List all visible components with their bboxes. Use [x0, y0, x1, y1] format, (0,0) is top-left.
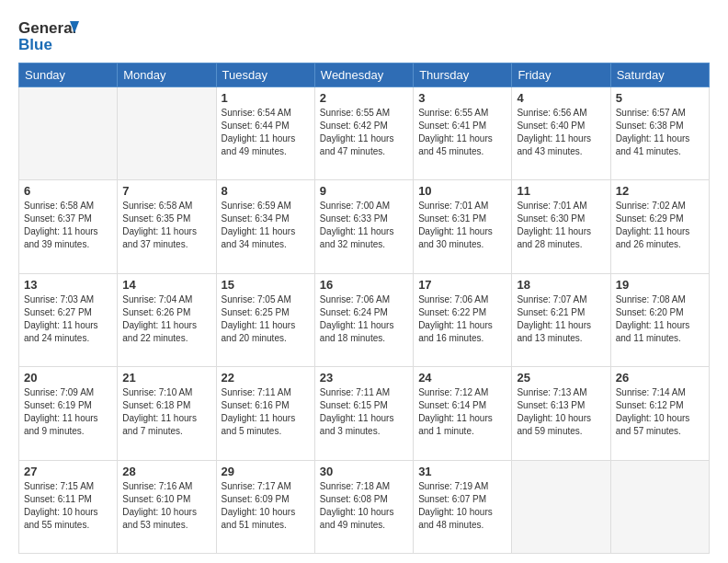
day-info: Sunrise: 6:55 AM Sunset: 6:41 PM Dayligh…: [418, 107, 506, 158]
day-cell: 29Sunrise: 7:17 AM Sunset: 6:09 PM Dayli…: [216, 460, 314, 553]
day-info: Sunrise: 7:00 AM Sunset: 6:33 PM Dayligh…: [320, 200, 408, 251]
weekday-friday: Friday: [512, 63, 610, 87]
day-number: 13: [24, 278, 112, 292]
day-info: Sunrise: 7:15 AM Sunset: 6:11 PM Dayligh…: [24, 480, 112, 532]
day-info: Sunrise: 7:13 AM Sunset: 6:13 PM Dayligh…: [517, 386, 605, 438]
day-cell: 14Sunrise: 7:04 AM Sunset: 6:26 PM Dayli…: [118, 273, 216, 366]
day-cell: [610, 460, 709, 553]
calendar: SundayMondayTuesdayWednesdayThursdayFrid…: [18, 63, 710, 554]
weekday-monday: Monday: [118, 63, 216, 87]
day-info: Sunrise: 7:03 AM Sunset: 6:27 PM Dayligh…: [24, 293, 112, 345]
svg-text:General: General: [18, 19, 76, 37]
day-number: 8: [222, 184, 310, 198]
day-number: 20: [24, 371, 112, 385]
day-number: 11: [517, 184, 605, 198]
weekday-header-row: SundayMondayTuesdayWednesdayThursdayFrid…: [19, 63, 710, 87]
day-info: Sunrise: 7:12 AM Sunset: 6:14 PM Dayligh…: [418, 386, 506, 438]
day-number: 2: [320, 91, 408, 105]
day-number: 18: [517, 278, 605, 292]
day-number: 7: [122, 184, 210, 198]
day-number: 29: [222, 465, 310, 478]
day-cell: 11Sunrise: 7:01 AM Sunset: 6:30 PM Dayli…: [512, 180, 610, 273]
day-cell: 20Sunrise: 7:09 AM Sunset: 6:19 PM Dayli…: [19, 367, 118, 460]
day-number: 15: [222, 278, 310, 292]
day-cell: 8Sunrise: 6:59 AM Sunset: 6:34 PM Daylig…: [216, 180, 314, 273]
day-info: Sunrise: 7:06 AM Sunset: 6:22 PM Dayligh…: [418, 293, 506, 345]
logo-icon: GeneralBlue: [18, 17, 83, 53]
day-cell: [512, 460, 610, 553]
day-number: 21: [122, 371, 210, 385]
day-info: Sunrise: 6:58 AM Sunset: 6:35 PM Dayligh…: [122, 200, 210, 251]
day-info: Sunrise: 6:57 AM Sunset: 6:38 PM Dayligh…: [616, 107, 704, 158]
day-cell: 3Sunrise: 6:55 AM Sunset: 6:41 PM Daylig…: [414, 87, 512, 180]
day-number: 24: [418, 371, 506, 385]
day-cell: 26Sunrise: 7:14 AM Sunset: 6:12 PM Dayli…: [610, 367, 709, 460]
day-cell: 4Sunrise: 6:56 AM Sunset: 6:40 PM Daylig…: [512, 87, 610, 180]
day-cell: 27Sunrise: 7:15 AM Sunset: 6:11 PM Dayli…: [19, 460, 118, 553]
day-number: 3: [418, 91, 506, 105]
weekday-tuesday: Tuesday: [216, 63, 314, 87]
day-cell: 17Sunrise: 7:06 AM Sunset: 6:22 PM Dayli…: [414, 273, 512, 366]
day-number: 27: [24, 465, 112, 478]
day-info: Sunrise: 6:58 AM Sunset: 6:37 PM Dayligh…: [24, 200, 112, 251]
day-number: 25: [517, 371, 605, 385]
day-cell: 21Sunrise: 7:10 AM Sunset: 6:18 PM Dayli…: [118, 367, 216, 460]
day-cell: 10Sunrise: 7:01 AM Sunset: 6:31 PM Dayli…: [414, 180, 512, 273]
day-number: 1: [222, 91, 310, 105]
day-number: 23: [320, 371, 408, 385]
day-cell: [118, 87, 216, 180]
svg-text:Blue: Blue: [18, 36, 52, 53]
day-number: 5: [616, 91, 704, 105]
day-cell: 23Sunrise: 7:11 AM Sunset: 6:15 PM Dayli…: [314, 367, 413, 460]
day-cell: 15Sunrise: 7:05 AM Sunset: 6:25 PM Dayli…: [216, 273, 314, 366]
day-cell: 16Sunrise: 7:06 AM Sunset: 6:24 PM Dayli…: [314, 273, 413, 366]
day-cell: 22Sunrise: 7:11 AM Sunset: 6:16 PM Dayli…: [216, 367, 314, 460]
day-info: Sunrise: 7:11 AM Sunset: 6:15 PM Dayligh…: [320, 386, 408, 438]
day-number: 16: [320, 278, 408, 292]
week-row-3: 13Sunrise: 7:03 AM Sunset: 6:27 PM Dayli…: [19, 273, 710, 366]
day-cell: 31Sunrise: 7:19 AM Sunset: 6:07 PM Dayli…: [414, 460, 512, 553]
day-info: Sunrise: 7:05 AM Sunset: 6:25 PM Dayligh…: [222, 293, 310, 345]
day-cell: 19Sunrise: 7:08 AM Sunset: 6:20 PM Dayli…: [610, 273, 709, 366]
weekday-wednesday: Wednesday: [314, 63, 413, 87]
day-info: Sunrise: 7:01 AM Sunset: 6:30 PM Dayligh…: [517, 200, 605, 251]
week-row-1: 1Sunrise: 6:54 AM Sunset: 6:44 PM Daylig…: [19, 87, 710, 180]
header: GeneralBlue: [18, 17, 710, 53]
day-number: 6: [24, 184, 112, 198]
day-cell: 13Sunrise: 7:03 AM Sunset: 6:27 PM Dayli…: [19, 273, 118, 366]
week-row-4: 20Sunrise: 7:09 AM Sunset: 6:19 PM Dayli…: [19, 367, 710, 460]
day-info: Sunrise: 7:14 AM Sunset: 6:12 PM Dayligh…: [616, 386, 704, 438]
day-number: 31: [418, 465, 506, 478]
day-cell: 6Sunrise: 6:58 AM Sunset: 6:37 PM Daylig…: [19, 180, 118, 273]
day-number: 14: [122, 278, 210, 292]
day-cell: 2Sunrise: 6:55 AM Sunset: 6:42 PM Daylig…: [314, 87, 413, 180]
day-cell: 30Sunrise: 7:18 AM Sunset: 6:08 PM Dayli…: [314, 460, 413, 553]
day-number: 4: [517, 91, 605, 105]
day-info: Sunrise: 7:10 AM Sunset: 6:18 PM Dayligh…: [122, 386, 210, 438]
week-row-2: 6Sunrise: 6:58 AM Sunset: 6:37 PM Daylig…: [19, 180, 710, 273]
day-info: Sunrise: 7:06 AM Sunset: 6:24 PM Dayligh…: [320, 293, 408, 345]
logo: GeneralBlue: [18, 17, 83, 53]
weekday-thursday: Thursday: [414, 63, 512, 87]
day-cell: [19, 87, 118, 180]
day-cell: 1Sunrise: 6:54 AM Sunset: 6:44 PM Daylig…: [216, 87, 314, 180]
day-info: Sunrise: 7:17 AM Sunset: 6:09 PM Dayligh…: [222, 480, 310, 532]
day-number: 17: [418, 278, 506, 292]
weekday-saturday: Saturday: [610, 63, 709, 87]
day-cell: 5Sunrise: 6:57 AM Sunset: 6:38 PM Daylig…: [610, 87, 709, 180]
day-cell: 7Sunrise: 6:58 AM Sunset: 6:35 PM Daylig…: [118, 180, 216, 273]
day-info: Sunrise: 7:02 AM Sunset: 6:29 PM Dayligh…: [616, 200, 704, 251]
day-info: Sunrise: 7:01 AM Sunset: 6:31 PM Dayligh…: [418, 200, 506, 251]
day-number: 30: [320, 465, 408, 478]
day-number: 19: [616, 278, 704, 292]
day-number: 26: [616, 371, 704, 385]
day-info: Sunrise: 7:16 AM Sunset: 6:10 PM Dayligh…: [122, 480, 210, 532]
day-info: Sunrise: 6:54 AM Sunset: 6:44 PM Dayligh…: [222, 107, 310, 158]
weekday-sunday: Sunday: [19, 63, 118, 87]
day-info: Sunrise: 7:19 AM Sunset: 6:07 PM Dayligh…: [418, 480, 506, 532]
day-cell: 12Sunrise: 7:02 AM Sunset: 6:29 PM Dayli…: [610, 180, 709, 273]
day-info: Sunrise: 6:55 AM Sunset: 6:42 PM Dayligh…: [320, 107, 408, 158]
day-info: Sunrise: 6:56 AM Sunset: 6:40 PM Dayligh…: [517, 107, 605, 158]
day-cell: 9Sunrise: 7:00 AM Sunset: 6:33 PM Daylig…: [314, 180, 413, 273]
day-info: Sunrise: 7:11 AM Sunset: 6:16 PM Dayligh…: [222, 386, 310, 438]
